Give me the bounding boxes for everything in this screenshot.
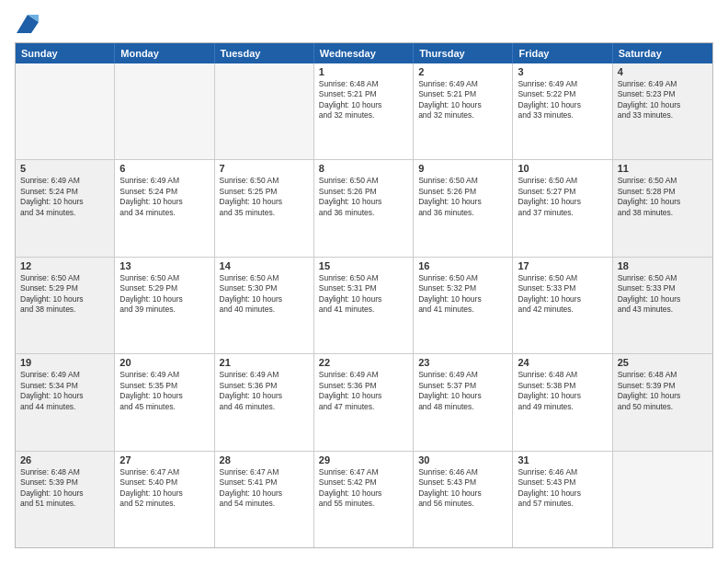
calendar-cell: 20Sunrise: 6:49 AM Sunset: 5:35 PM Dayli…	[115, 354, 214, 450]
calendar-cell: 18Sunrise: 6:50 AM Sunset: 5:33 PM Dayli…	[613, 258, 712, 353]
cell-info: Sunrise: 6:46 AM Sunset: 5:43 PM Dayligh…	[518, 467, 607, 510]
day-number: 24	[518, 357, 607, 368]
calendar-cell	[613, 452, 712, 547]
day-number: 29	[319, 454, 408, 465]
day-number: 21	[220, 357, 309, 368]
day-number: 28	[220, 454, 309, 465]
cell-info: Sunrise: 6:50 AM Sunset: 5:29 PM Dayligh…	[119, 273, 209, 316]
calendar-cell: 31Sunrise: 6:46 AM Sunset: 5:43 PM Dayli…	[513, 452, 612, 547]
calendar-cell: 29Sunrise: 6:47 AM Sunset: 5:42 PM Dayli…	[314, 452, 414, 547]
calendar-header: SundayMondayTuesdayWednesdayThursdayFrid…	[16, 43, 712, 63]
calendar-cell	[115, 63, 214, 159]
weekday-header: Friday	[513, 43, 612, 63]
cell-info: Sunrise: 6:49 AM Sunset: 5:34 PM Dayligh…	[20, 370, 109, 412]
header	[15, 15, 713, 33]
calendar-cell: 11Sunrise: 6:50 AM Sunset: 5:28 PM Dayli…	[613, 160, 712, 256]
calendar-body: 1Sunrise: 6:48 AM Sunset: 5:21 PM Daylig…	[16, 63, 712, 547]
calendar-cell: 7Sunrise: 6:50 AM Sunset: 5:25 PM Daylig…	[215, 160, 314, 256]
cell-info: Sunrise: 6:47 AM Sunset: 5:42 PM Dayligh…	[319, 467, 408, 510]
cell-info: Sunrise: 6:50 AM Sunset: 5:28 PM Dayligh…	[618, 176, 708, 218]
day-number: 11	[618, 163, 708, 174]
day-number: 1	[319, 66, 408, 77]
calendar-row: 19Sunrise: 6:49 AM Sunset: 5:34 PM Dayli…	[16, 354, 712, 451]
day-number: 27	[119, 454, 209, 465]
calendar-cell: 4Sunrise: 6:49 AM Sunset: 5:23 PM Daylig…	[613, 63, 712, 159]
calendar-cell: 26Sunrise: 6:48 AM Sunset: 5:39 PM Dayli…	[16, 452, 115, 547]
day-number: 31	[518, 454, 607, 465]
cell-info: Sunrise: 6:50 AM Sunset: 5:33 PM Dayligh…	[518, 273, 607, 316]
cell-info: Sunrise: 6:49 AM Sunset: 5:24 PM Dayligh…	[119, 176, 209, 218]
cell-info: Sunrise: 6:50 AM Sunset: 5:30 PM Dayligh…	[220, 273, 309, 316]
calendar-cell: 14Sunrise: 6:50 AM Sunset: 5:30 PM Dayli…	[215, 258, 314, 353]
day-number: 4	[618, 66, 708, 77]
cell-info: Sunrise: 6:50 AM Sunset: 5:27 PM Dayligh…	[518, 176, 607, 218]
cell-info: Sunrise: 6:50 AM Sunset: 5:29 PM Dayligh…	[20, 273, 109, 316]
calendar-cell: 21Sunrise: 6:49 AM Sunset: 5:36 PM Dayli…	[215, 354, 314, 450]
day-number: 30	[418, 454, 507, 465]
calendar-cell: 22Sunrise: 6:49 AM Sunset: 5:36 PM Dayli…	[314, 354, 414, 450]
calendar-row: 26Sunrise: 6:48 AM Sunset: 5:39 PM Dayli…	[16, 452, 712, 547]
calendar-cell: 23Sunrise: 6:49 AM Sunset: 5:37 PM Dayli…	[414, 354, 513, 450]
cell-info: Sunrise: 6:50 AM Sunset: 5:25 PM Dayligh…	[220, 176, 309, 218]
weekday-header: Monday	[115, 43, 214, 63]
calendar-cell	[215, 63, 314, 159]
cell-info: Sunrise: 6:49 AM Sunset: 5:22 PM Dayligh…	[518, 79, 607, 121]
cell-info: Sunrise: 6:48 AM Sunset: 5:38 PM Dayligh…	[518, 370, 607, 412]
day-number: 22	[319, 357, 408, 368]
calendar-cell: 25Sunrise: 6:48 AM Sunset: 5:39 PM Dayli…	[613, 354, 712, 450]
calendar-cell: 9Sunrise: 6:50 AM Sunset: 5:26 PM Daylig…	[414, 160, 513, 256]
day-number: 6	[119, 163, 209, 174]
cell-info: Sunrise: 6:49 AM Sunset: 5:21 PM Dayligh…	[418, 79, 507, 121]
cell-info: Sunrise: 6:50 AM Sunset: 5:26 PM Dayligh…	[418, 176, 507, 218]
day-number: 17	[518, 260, 607, 271]
calendar-cell: 12Sunrise: 6:50 AM Sunset: 5:29 PM Dayli…	[16, 258, 115, 353]
day-number: 14	[220, 260, 309, 271]
weekday-header: Sunday	[16, 43, 115, 63]
day-number: 5	[20, 163, 109, 174]
day-number: 3	[518, 66, 607, 77]
calendar-cell: 3Sunrise: 6:49 AM Sunset: 5:22 PM Daylig…	[513, 63, 612, 159]
weekday-header: Wednesday	[314, 43, 414, 63]
day-number: 10	[518, 163, 607, 174]
calendar-cell: 16Sunrise: 6:50 AM Sunset: 5:32 PM Dayli…	[414, 258, 513, 353]
cell-info: Sunrise: 6:49 AM Sunset: 5:24 PM Dayligh…	[20, 176, 109, 218]
calendar-cell: 19Sunrise: 6:49 AM Sunset: 5:34 PM Dayli…	[16, 354, 115, 450]
calendar-cell: 8Sunrise: 6:50 AM Sunset: 5:26 PM Daylig…	[314, 160, 414, 256]
cell-info: Sunrise: 6:50 AM Sunset: 5:32 PM Dayligh…	[418, 273, 507, 316]
calendar-cell: 1Sunrise: 6:48 AM Sunset: 5:21 PM Daylig…	[314, 63, 414, 159]
day-number: 9	[418, 163, 507, 174]
cell-info: Sunrise: 6:50 AM Sunset: 5:31 PM Dayligh…	[319, 273, 408, 316]
day-number: 18	[618, 260, 708, 271]
day-number: 13	[119, 260, 209, 271]
cell-info: Sunrise: 6:50 AM Sunset: 5:26 PM Dayligh…	[319, 176, 408, 218]
day-number: 15	[319, 260, 408, 271]
cell-info: Sunrise: 6:48 AM Sunset: 5:39 PM Dayligh…	[20, 467, 109, 510]
day-number: 2	[418, 66, 507, 77]
day-number: 25	[618, 357, 708, 368]
day-number: 8	[319, 163, 408, 174]
weekday-header: Saturday	[613, 43, 712, 63]
calendar-cell: 13Sunrise: 6:50 AM Sunset: 5:29 PM Dayli…	[115, 258, 214, 353]
cell-info: Sunrise: 6:49 AM Sunset: 5:35 PM Dayligh…	[119, 370, 209, 412]
day-number: 20	[119, 357, 209, 368]
cell-info: Sunrise: 6:46 AM Sunset: 5:43 PM Dayligh…	[418, 467, 507, 510]
cell-info: Sunrise: 6:49 AM Sunset: 5:36 PM Dayligh…	[220, 370, 309, 412]
cell-info: Sunrise: 6:50 AM Sunset: 5:33 PM Dayligh…	[618, 273, 708, 316]
calendar-cell: 5Sunrise: 6:49 AM Sunset: 5:24 PM Daylig…	[16, 160, 115, 256]
day-number: 12	[20, 260, 109, 271]
weekday-header: Thursday	[414, 43, 513, 63]
cell-info: Sunrise: 6:48 AM Sunset: 5:39 PM Dayligh…	[618, 370, 708, 412]
calendar-cell: 17Sunrise: 6:50 AM Sunset: 5:33 PM Dayli…	[513, 258, 612, 353]
calendar-row: 12Sunrise: 6:50 AM Sunset: 5:29 PM Dayli…	[16, 258, 712, 354]
logo	[15, 15, 39, 33]
cell-info: Sunrise: 6:48 AM Sunset: 5:21 PM Dayligh…	[319, 79, 408, 121]
calendar-cell	[16, 63, 115, 159]
calendar-cell: 10Sunrise: 6:50 AM Sunset: 5:27 PM Dayli…	[513, 160, 612, 256]
cell-info: Sunrise: 6:47 AM Sunset: 5:40 PM Dayligh…	[119, 467, 209, 510]
calendar-cell: 2Sunrise: 6:49 AM Sunset: 5:21 PM Daylig…	[414, 63, 513, 159]
day-number: 23	[418, 357, 507, 368]
calendar-cell: 27Sunrise: 6:47 AM Sunset: 5:40 PM Dayli…	[115, 452, 214, 547]
calendar-cell: 15Sunrise: 6:50 AM Sunset: 5:31 PM Dayli…	[314, 258, 414, 353]
calendar-cell: 28Sunrise: 6:47 AM Sunset: 5:41 PM Dayli…	[215, 452, 314, 547]
day-number: 26	[20, 454, 109, 465]
